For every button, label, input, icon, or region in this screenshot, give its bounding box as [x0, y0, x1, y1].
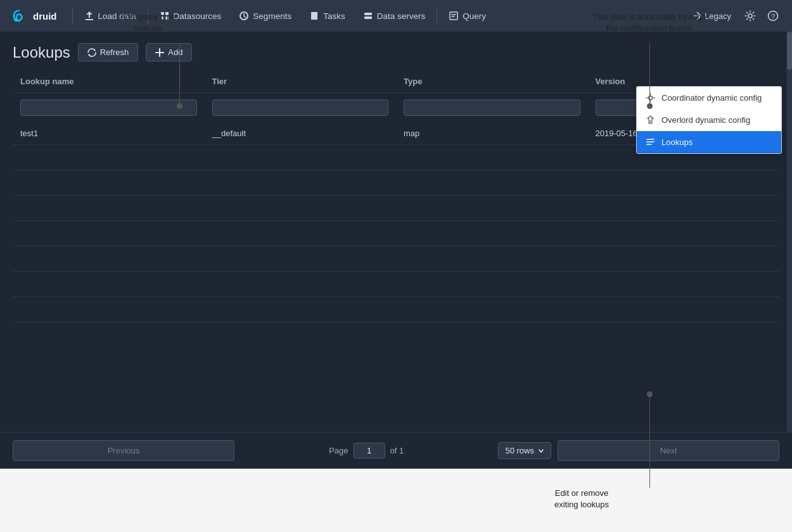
- empty-row-3: [13, 196, 779, 221]
- svg-point-8: [370, 17, 371, 18]
- svg-rect-3: [165, 16, 169, 20]
- config-menu-coordinator[interactable]: Coordinator dynamic config: [637, 87, 781, 109]
- nav-label-data-servers: Data servers: [377, 11, 426, 21]
- nav-item-load-data[interactable]: Load data: [75, 7, 145, 25]
- page-label: Page: [329, 446, 348, 455]
- callout-edit-remove: Edit or removeexiting lookups: [554, 488, 609, 510]
- logo[interactable]: druid: [10, 7, 57, 25]
- config-lookups-label: Lookups: [661, 137, 693, 147]
- col-tier: Tier: [205, 70, 397, 93]
- settings-button[interactable]: [741, 7, 759, 25]
- nav-label-query: Query: [463, 11, 486, 21]
- page-header: Lookups Refresh Add: [0, 32, 792, 70]
- nav-label-datasources: Datasources: [174, 11, 222, 21]
- svg-point-13: [649, 96, 653, 100]
- nav-label-load-data: Load data: [98, 11, 136, 21]
- config-menu-overlord[interactable]: Overlord dynamic config: [637, 109, 781, 131]
- svg-rect-9: [450, 12, 457, 20]
- page-title: Lookups: [13, 44, 70, 61]
- nav-items: Load data Datasources Segments Tasks Dat…: [75, 7, 688, 25]
- scrollbar-track[interactable]: [787, 32, 792, 469]
- nav-item-query[interactable]: Query: [440, 7, 495, 25]
- nav-item-tasks[interactable]: Tasks: [300, 7, 354, 25]
- help-button[interactable]: ?: [764, 7, 782, 25]
- nav-label-tasks: Tasks: [323, 11, 345, 21]
- rows-per-page-select[interactable]: 50 rows: [498, 442, 551, 459]
- page-info: Page of 1: [241, 443, 492, 459]
- config-coordinator-label: Coordinator dynamic config: [661, 93, 762, 103]
- svg-rect-1: [165, 12, 169, 15]
- page-number-input[interactable]: [354, 443, 385, 459]
- nav-item-data-servers[interactable]: Data servers: [354, 7, 435, 25]
- empty-row-2: [13, 170, 779, 196]
- topbar: druid Load data Datasources Segments: [0, 0, 792, 32]
- next-button[interactable]: Next: [558, 440, 779, 461]
- page-of: of 1: [390, 446, 404, 455]
- svg-rect-0: [161, 12, 164, 15]
- pagination: Previous Page of 1 50 rows Next: [0, 432, 792, 469]
- add-label: Add: [168, 48, 182, 57]
- svg-point-10: [748, 14, 752, 18]
- col-lookup-name: Lookup name: [13, 70, 205, 93]
- empty-row-7: [13, 297, 779, 322]
- svg-point-7: [370, 13, 371, 15]
- empty-row-4: [13, 221, 779, 246]
- filter-tier[interactable]: [212, 99, 389, 116]
- nav-divider-2: [148, 8, 148, 23]
- empty-row-6: [13, 272, 779, 297]
- nav-item-datasources[interactable]: Datasources: [151, 7, 231, 25]
- legacy-button[interactable]: Legacy: [687, 9, 736, 23]
- cell-lookup-name: test1: [13, 122, 205, 145]
- main-content: Lookups Refresh Add Lookup name Tier Typ…: [0, 32, 792, 469]
- nav-label-segments: Segments: [253, 11, 291, 21]
- nav-item-segments[interactable]: Segments: [230, 7, 300, 25]
- col-type: Type: [396, 70, 588, 93]
- previous-button[interactable]: Previous: [13, 440, 234, 461]
- config-dropdown-menu: Coordinator dynamic config Overlord dyna…: [636, 86, 782, 154]
- filter-lookup-name[interactable]: [20, 99, 197, 116]
- cell-type: map: [396, 122, 588, 145]
- legacy-label: Legacy: [705, 11, 731, 21]
- filter-type[interactable]: [404, 99, 580, 116]
- nav-divider-3: [437, 8, 437, 23]
- refresh-label: Refresh: [100, 48, 129, 57]
- cell-tier: __default: [205, 122, 397, 145]
- config-overlord-label: Overlord dynamic config: [661, 115, 750, 125]
- svg-text:?: ?: [771, 13, 775, 20]
- nav-divider: [72, 8, 73, 23]
- rows-label: 50 rows: [505, 446, 534, 455]
- config-menu-lookups[interactable]: Lookups: [637, 131, 781, 153]
- add-button[interactable]: Add: [146, 43, 192, 61]
- svg-rect-2: [161, 16, 164, 20]
- refresh-button[interactable]: Refresh: [78, 43, 139, 61]
- empty-row-5: [13, 246, 779, 272]
- scrollbar-thumb[interactable]: [787, 32, 792, 70]
- logo-text: druid: [33, 11, 57, 22]
- topbar-right: Legacy ?: [687, 7, 782, 25]
